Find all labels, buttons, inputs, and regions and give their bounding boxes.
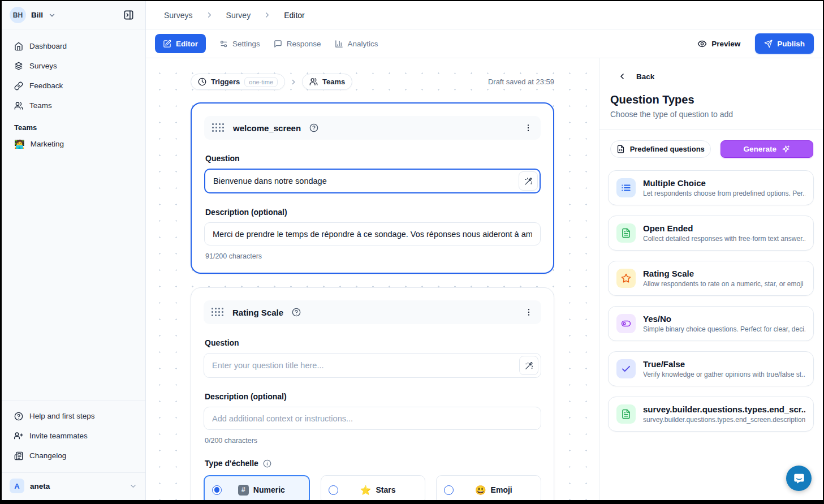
preview-button[interactable]: Preview: [697, 39, 740, 49]
chat-widget-button[interactable]: [786, 466, 812, 491]
help-circle-icon[interactable]: [292, 308, 301, 317]
tab-settings[interactable]: Settings: [219, 40, 260, 48]
description-label: Description (optional): [205, 208, 540, 217]
sliders-icon: [219, 40, 228, 48]
radio-selected-icon: [212, 485, 222, 495]
smiley-emoji: 😃: [475, 485, 486, 496]
file-text-icon: [616, 404, 636, 424]
star-emoji: ⭐: [360, 485, 372, 496]
question-card-header[interactable]: welcome_screen: [204, 116, 541, 140]
question-card-title: Rating Scale: [232, 308, 283, 317]
info-icon[interactable]: [263, 459, 271, 468]
trigger-type-badge: one-time: [244, 77, 278, 87]
sidebar-footer: Help and first steps Invite teammates Ch…: [2, 400, 145, 500]
teams-chip-label: Teams: [322, 77, 345, 86]
sidebar-item-label: Surveys: [29, 62, 57, 70]
help-circle-icon: [14, 412, 23, 421]
type-item-open-ended[interactable]: Open Ended Collect detailed responses wi…: [608, 216, 814, 251]
sparkles-icon: [782, 145, 790, 153]
breadcrumb-survey[interactable]: Survey: [226, 11, 251, 20]
editor-toolbar: Editor Settings Response Analytics Previ…: [146, 29, 823, 58]
chevron-right-icon: [205, 11, 214, 19]
triggers-chip[interactable]: Triggers one-time: [191, 74, 285, 90]
sidebar-team-marketing[interactable]: 🧑‍💻 Marketing: [2, 135, 145, 153]
sidebar-item-dashboard[interactable]: Dashboard: [8, 37, 139, 55]
question-card-header[interactable]: Rating Scale: [204, 300, 541, 324]
account-menu[interactable]: A aneta: [2, 472, 145, 500]
breadcrumb-editor[interactable]: Editor: [284, 11, 305, 20]
canvas-header-row: Triggers one-time Teams Draft saved at 2…: [191, 74, 554, 90]
sidebar-item-feedback[interactable]: Feedback: [8, 77, 139, 94]
question-title-input[interactable]: [204, 353, 541, 378]
scale-type-label: Type d'échelle: [205, 459, 540, 468]
triggers-label: Triggers: [211, 77, 240, 86]
question-title-input[interactable]: [204, 169, 541, 193]
help-circle-icon[interactable]: [309, 123, 318, 132]
description-label: Description (optional): [205, 392, 540, 401]
question-label: Question: [205, 154, 540, 163]
user-plus-icon: [14, 432, 23, 441]
type-item-multiple-choice[interactable]: Multiple Choice Let respondents choose f…: [608, 170, 814, 205]
type-item-end-screen[interactable]: survey.builder.questions.types.end_scr..…: [608, 397, 814, 432]
breadcrumb-surveys[interactable]: Surveys: [164, 11, 193, 20]
sidebar-item-label: Feedback: [29, 81, 63, 90]
tab-analytics[interactable]: Analytics: [335, 40, 378, 48]
radio-icon: [329, 485, 338, 495]
users-icon: [309, 77, 318, 86]
type-item-true-false[interactable]: True/False Verify knowledge or gather op…: [608, 351, 814, 386]
question-label: Question: [205, 338, 540, 347]
publish-button[interactable]: Publish: [755, 33, 814, 54]
sidebar-item-teams[interactable]: Teams: [8, 97, 139, 114]
sidebar-item-surveys[interactable]: Surveys: [8, 57, 139, 75]
scale-option-emoji[interactable]: 😃 Emoji: [436, 475, 541, 500]
kebab-menu-icon[interactable]: [524, 308, 533, 317]
back-button[interactable]: Back: [599, 58, 823, 81]
question-card-welcome-screen[interactable]: welcome_screen Question Description (opt…: [191, 102, 554, 274]
type-item-yes-no[interactable]: Yes/No Simple binary choice questions. P…: [608, 306, 814, 341]
teams-chip[interactable]: Teams: [302, 74, 352, 90]
magic-wand-button[interactable]: [519, 171, 538, 191]
question-card-rating-scale[interactable]: Rating Scale Question Description (optio…: [191, 287, 554, 500]
char-count: 0/200 characters: [205, 437, 540, 445]
link-icon: [14, 81, 23, 91]
workspace-switcher[interactable]: BH Bill: [10, 7, 56, 23]
question-card-title: welcome_screen: [233, 123, 301, 133]
description-input[interactable]: [204, 222, 541, 245]
divider: [599, 129, 823, 130]
sidebar-collapse-button[interactable]: [119, 6, 137, 24]
description-input[interactable]: [204, 407, 541, 430]
sidebar-item-invite[interactable]: Invite teammates: [8, 427, 139, 445]
tab-editor[interactable]: Editor: [155, 34, 206, 53]
kebab-menu-icon[interactable]: [524, 123, 533, 132]
tab-response[interactable]: Response: [274, 40, 321, 48]
chevron-right-icon: [263, 11, 271, 19]
account-name: aneta: [30, 482, 50, 490]
clock-icon: [198, 77, 206, 86]
drag-handle-icon[interactable]: [212, 308, 224, 317]
check-icon: [616, 359, 636, 378]
list-icon: [616, 178, 636, 197]
type-item-rating-scale[interactable]: Rating Scale Allow respondents to rate o…: [608, 261, 814, 296]
char-count: 91/200 characters: [205, 252, 540, 260]
predefined-questions-button[interactable]: Predefined questions: [610, 140, 711, 158]
scale-option-numeric[interactable]: # Numeric: [204, 475, 310, 500]
sidebar-item-label: Changelog: [29, 451, 66, 460]
star-icon: [616, 269, 636, 288]
users-icon: [14, 101, 23, 110]
send-icon: [764, 40, 773, 48]
sidebar-header: BH Bill: [2, 1, 145, 29]
team-label: Marketing: [31, 140, 64, 148]
generate-button[interactable]: Generate: [721, 140, 814, 158]
sidebar-item-changelog[interactable]: Changelog: [8, 447, 139, 464]
scale-option-stars[interactable]: ⭐ Stars: [321, 475, 426, 500]
teams-section-header: Teams: [2, 114, 145, 135]
drag-handle-icon[interactable]: [212, 123, 225, 132]
account-avatar: A: [10, 479, 24, 493]
panel-subtitle: Choose the type of question to add: [599, 110, 823, 119]
survey-canvas: Triggers one-time Teams Draft saved at 2…: [146, 58, 599, 500]
magic-wand-button[interactable]: [519, 356, 538, 375]
scale-type-options: # Numeric ⭐ Stars 😃: [204, 475, 541, 500]
sidebar-item-help[interactable]: Help and first steps: [8, 407, 139, 425]
sidebar: BH Bill Dashboard Surveys Feedback: [2, 1, 146, 500]
app-window: BH Bill Dashboard Surveys Feedback: [2, 1, 823, 500]
